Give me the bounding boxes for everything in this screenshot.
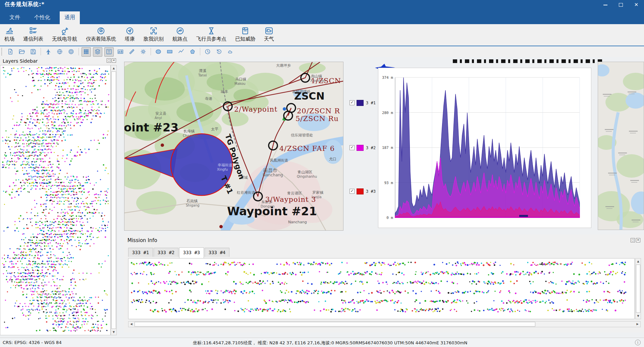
ribbon-item-iff[interactable]: 敌我识别 (139, 24, 168, 42)
close-button[interactable]: ✕ (629, 0, 644, 9)
ribbon-item-pilot-ref[interactable]: 飞行员参考点 (192, 24, 231, 42)
app-title: 任务规划系统:* (5, 1, 45, 8)
legend-row-3[interactable]: ✓3 #3 (350, 188, 376, 194)
scroll-left-arrow[interactable]: ◀ (128, 322, 134, 327)
layers-sidebar-title: Layers Sidebar (3, 58, 38, 64)
mission-tab-2[interactable]: 333 #2 (154, 248, 178, 257)
ribbon-item-comm-list[interactable]: 通信列表 (19, 24, 48, 42)
overview-map[interactable] (598, 62, 644, 230)
waypoint-label[interactable]: 5/ZSCN Ru (296, 115, 339, 123)
scroll-down-arrow[interactable]: ▼ (111, 329, 116, 335)
scroll-right-arrow[interactable]: ▶ (635, 322, 640, 327)
ribbon-item-ils[interactable]: 仪表着陆系统 (82, 24, 120, 42)
tool-open-folder-button[interactable] (17, 47, 26, 57)
map-view[interactable]: 潭溪Tanxi马口镇Makou城丰寺港尧山镇Xiaoshan新村管理处大塘坪乡长… (124, 62, 343, 231)
mission-tab-3[interactable]: 333 #3 (179, 247, 204, 258)
mission-horizontal-scrollbar[interactable]: ◀ ▶ (128, 321, 641, 327)
waypoint-label[interactable]: 3/Waypoint 3 (265, 195, 316, 204)
waypoint-label[interactable]: 4/ZSCN FAF 6 (279, 144, 335, 153)
sidebar-scroll-thumb[interactable] (111, 71, 116, 329)
tool-target-button[interactable] (66, 47, 76, 57)
series-checkbox[interactable]: ✓ (350, 100, 355, 105)
sidebar-vertical-scrollbar[interactable]: ▲ ▼ (111, 65, 117, 335)
map-canvas[interactable]: 潭溪Tanxi马口镇Makou城丰寺港尧山镇Xiaoshan新村管理处大塘坪乡长… (124, 62, 343, 230)
tool-grid-button[interactable] (82, 47, 91, 57)
layers-tree-content[interactable] (0, 65, 110, 335)
forest-area (136, 191, 176, 215)
layers-tree[interactable] (0, 65, 111, 335)
tool-jet-button[interactable] (44, 47, 53, 57)
toolbar-separator (41, 48, 41, 55)
series-label: 3 #2 (366, 146, 376, 150)
toolbar-drag-handle[interactable] (1, 48, 3, 55)
info-icon[interactable]: i (635, 340, 641, 345)
tacan-icon (125, 26, 135, 36)
menu-tab-3[interactable]: 通用 (60, 11, 80, 24)
ribbon-item-airport[interactable]: 机场 (0, 24, 19, 42)
scroll-up-arrow[interactable]: ▲ (111, 65, 116, 71)
waypoint-label[interactable]: 1/ZSCN (311, 77, 341, 85)
tool-label-ab-button[interactable] (116, 47, 125, 57)
mission-table[interactable] (128, 258, 635, 319)
mission-tab-1[interactable]: 333 #1 (128, 248, 153, 257)
tool-save-button[interactable] (29, 47, 38, 57)
airport-symbol (283, 107, 286, 111)
y-tick-label: 187 m (382, 146, 393, 150)
legend-row-1[interactable]: ✓3 #1 (350, 99, 376, 106)
ribbon-item-label: 航路点 (172, 36, 187, 42)
toolbar-separator (200, 48, 200, 55)
tool-globe-button[interactable] (55, 47, 64, 57)
sidebar-float-button[interactable]: ◻ (107, 58, 111, 63)
mission-tab-4[interactable]: 333 #4 (205, 248, 229, 257)
mission-table-content[interactable] (128, 258, 628, 319)
weather-icon (264, 26, 274, 36)
restore-icon (619, 3, 623, 7)
tool-ellipse-button[interactable] (154, 47, 163, 57)
waypoint-label[interactable]: 20/ZSCN R (297, 107, 340, 115)
restore-button[interactable] (613, 0, 629, 9)
tool-layers-button[interactable] (93, 47, 102, 57)
toolbar-separator (78, 48, 79, 55)
crs-status: CRS: EPSG: 4326 - WGS 84 (3, 340, 62, 345)
mission-close-button[interactable]: ✕ (636, 238, 640, 242)
tool-rectangle-button[interactable] (165, 47, 174, 57)
mission-vscroll-thumb[interactable] (636, 265, 640, 313)
tool-polyline-button[interactable] (176, 47, 186, 57)
tool-clock-button[interactable] (203, 47, 212, 57)
ribbon-item-radio-nav[interactable]: 无线电导航 (48, 24, 82, 42)
mission-info-title: Mission Info (127, 237, 157, 243)
clipped-panel-title (453, 59, 604, 63)
map-place-label: 大塘坪乡 (276, 63, 291, 68)
scroll-down-arrow[interactable]: ▼ (636, 313, 641, 319)
overview-map-canvas[interactable] (598, 62, 644, 230)
series-checkbox[interactable]: ✓ (350, 145, 355, 150)
minimize-button[interactable] (598, 0, 613, 9)
tiny-label-mark (608, 173, 617, 174)
tool-text-t-button[interactable] (104, 47, 114, 57)
tool-gear-button[interactable] (139, 47, 148, 57)
tool-replay-button[interactable] (214, 47, 224, 57)
close-icon: ✕ (634, 2, 639, 8)
map-place-label: 城丰 (220, 90, 228, 94)
ribbon-item-label: 无线电导航 (52, 36, 77, 42)
ribbon-item-waypoints[interactable]: 航路点 (168, 24, 192, 42)
waypoint-label[interactable]: 2/Waypoint (234, 105, 277, 113)
legend-row-2[interactable]: ✓3 #2 (350, 144, 376, 151)
ribbon-item-threats[interactable]: 已知威胁 (231, 24, 260, 42)
mission-float-button[interactable]: ◻ (631, 238, 635, 242)
ribbon-item-tacan[interactable]: 塔康 (120, 24, 139, 42)
menu-tab-1[interactable]: 文件 (5, 11, 25, 24)
series-checkbox[interactable]: ✓ (350, 189, 355, 194)
mission-hscroll-thumb[interactable] (135, 322, 535, 327)
tool-polygon-button[interactable] (188, 47, 197, 57)
mission-vertical-scrollbar[interactable]: ▲ ▼ (635, 258, 641, 319)
tool-cloud-button[interactable] (226, 47, 235, 57)
tool-new-file-button[interactable] (6, 47, 15, 57)
menu-tab-2[interactable]: 个性化 (30, 11, 55, 24)
scroll-up-arrow[interactable]: ▲ (636, 258, 641, 264)
sidebar-close-button[interactable]: ✕ (112, 58, 116, 63)
tool-ruler-button[interactable] (127, 47, 137, 57)
ribbon-item-label: 飞行员参考点 (196, 36, 226, 42)
ribbon-item-weather[interactable]: 天气 (260, 24, 278, 42)
map-annotation-label: Waypoint #21 (227, 205, 317, 218)
